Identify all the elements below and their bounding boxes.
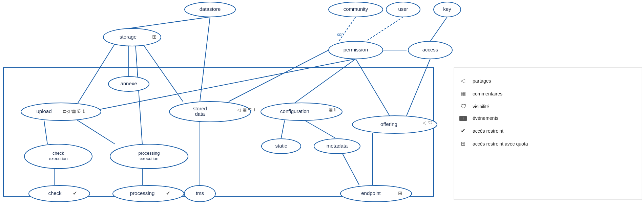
svg-line-0 (129, 17, 210, 28)
legend-acces-restreint: accès restreint (473, 128, 503, 134)
label-check-exec2: execution (49, 156, 68, 161)
label-stored-data: stored (193, 106, 207, 111)
stored-comment-icon: ▦ (243, 107, 247, 112)
legend-share-icon: ◁ (461, 78, 465, 84)
svg-line-2 (339, 17, 356, 41)
label-metadata: metadata (327, 143, 348, 149)
label-user: user (398, 6, 408, 12)
legend-restricted-icon: ✔ (461, 128, 465, 134)
svg-line-9 (295, 59, 356, 103)
svg-line-17 (75, 118, 115, 144)
storage-quota-icon: ⊞ (152, 34, 157, 40)
node-upload (21, 103, 101, 120)
label-storage: storage (120, 34, 137, 40)
legend-commentaires: commentaires (473, 91, 502, 96)
legend-visibility-icon: 🛡 (461, 103, 466, 110)
label-upload: upload (36, 108, 51, 114)
label-static: static (275, 143, 287, 149)
label-annexe: annexe (120, 81, 137, 86)
legend-quota-icon: ⊞ (461, 140, 465, 147)
svg-text:xor: xor (337, 32, 343, 37)
label-datastore: datastore (200, 6, 221, 12)
endpoint-quota-icon: ⊞ (398, 190, 402, 196)
upload-share-icon2: ◁ (66, 109, 70, 114)
legend-evenements: événements (473, 115, 498, 121)
label-tms: tms (196, 190, 204, 196)
upload-comment-icon: ▦ (72, 109, 76, 114)
upload-shield-icon: 🛡 (77, 109, 82, 114)
label-check-exec1: check (53, 151, 64, 156)
label-community: community (344, 6, 368, 12)
label-key: key (443, 6, 451, 12)
label-offering: offering (380, 121, 397, 127)
config-comment-icon: ▦ (329, 107, 333, 112)
legend-events-i: i (463, 116, 463, 120)
legend-comments-icon: ▦ (461, 91, 466, 96)
legend-partages: partages (473, 78, 491, 84)
main-box (3, 68, 434, 196)
legend-visibilite: visibilité (473, 104, 489, 109)
svg-line-21 (281, 120, 285, 138)
svg-line-16 (44, 120, 47, 144)
svg-line-3 (366, 17, 403, 41)
diagram-container: xor datastore community user (0, 0, 644, 220)
label-processing: processing (130, 190, 155, 196)
svg-line-24 (342, 153, 359, 185)
stored-shield-icon: 🛡 (248, 107, 252, 112)
label-proc-exec1: processing (139, 151, 160, 156)
main-svg: xor datastore community user (0, 0, 644, 220)
legend-box (454, 68, 642, 200)
svg-line-14 (142, 43, 183, 102)
label-access: access (422, 47, 438, 52)
svg-line-22 (305, 120, 335, 138)
svg-line-8 (229, 50, 329, 102)
label-endpoint: endpoint (361, 190, 381, 196)
processing-icon: ✔ (166, 190, 170, 196)
offering-shield-icon: 🛡 (428, 120, 433, 125)
label-stored-data2: data (195, 111, 205, 117)
config-info-icon: ℹ (334, 107, 336, 112)
svg-line-15 (136, 45, 142, 144)
label-configuration: configuration (280, 108, 309, 114)
check-icon: ✔ (73, 190, 77, 196)
label-permission: permission (344, 47, 368, 52)
stored-info-icon: ℹ (253, 107, 255, 112)
label-proc-exec2: execution (140, 156, 159, 161)
upload-info-icon: ℹ (83, 109, 85, 114)
svg-line-13 (78, 43, 115, 103)
label-check: check (48, 190, 62, 196)
stored-share-icon: ◁ (237, 107, 241, 112)
offering-share-icon: ◁ (423, 120, 426, 125)
svg-line-5 (430, 17, 447, 41)
legend-acces-quota: accès restreint avec quota (473, 141, 528, 147)
